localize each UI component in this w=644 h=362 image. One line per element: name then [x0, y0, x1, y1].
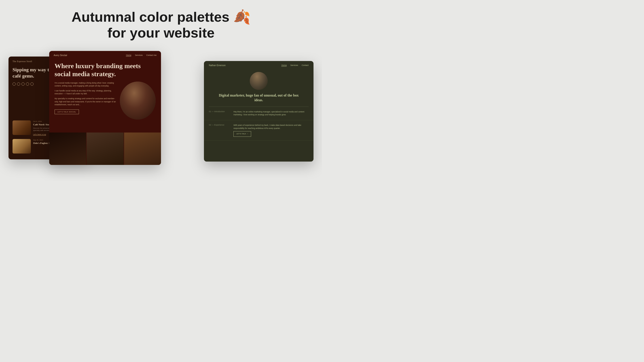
right-nav-logo: Nathan Emerson	[209, 64, 226, 67]
center-hero-text: Where luxury branding meets social media…	[49, 60, 161, 81]
right-section-2-num: 02 — Experience	[209, 124, 229, 137]
center-nav: Avery Sinclair Home Services Contact me	[49, 51, 161, 60]
marketer-card: Nathan Emerson Home Services Contact Dig…	[204, 61, 314, 162]
center-nav-services[interactable]: Services	[135, 54, 143, 56]
right-section-1: 01 — Introduction Hey there, I'm an onli…	[204, 107, 314, 120]
social-icon-1	[12, 82, 16, 86]
right-tagline: Digital marketer, huge fan of unusual, o…	[204, 93, 314, 107]
center-bottom-img-3	[124, 132, 161, 165]
right-nav-services[interactable]: Services	[290, 64, 298, 67]
cards-container: The Espresso Stroll Sipping my way throu…	[0, 50, 322, 175]
social-icon-3	[22, 82, 24, 86]
right-section-2: 02 — Experience With years of experience…	[204, 120, 314, 141]
right-nav-links: Home Services Contact	[281, 64, 308, 67]
center-nav-logo: Avery Sinclair	[54, 54, 67, 56]
center-nav-links: Home Services Contact me	[126, 54, 156, 56]
right-avatar-section	[204, 70, 314, 93]
center-bottom-images	[49, 132, 161, 165]
center-hero-desc: I'm a social media manager, making a liv…	[54, 81, 116, 120]
heading-line2: for your website	[108, 25, 215, 40]
social-icon-4	[26, 82, 29, 86]
main-heading: Autumnal color palettes 🍂 for your websi…	[0, 9, 322, 41]
right-section-1-text: Hey there, I'm an online marketing manag…	[234, 110, 308, 116]
center-nav-home[interactable]: Home	[126, 54, 131, 56]
right-section-2-text: With years of experience behind my back,…	[234, 124, 308, 137]
social-icon-2	[17, 82, 20, 86]
portfolio-card: Avery Sinclair Home Services Contact me …	[49, 51, 161, 165]
blog-post-1-link[interactable]: Let's have a cup	[33, 133, 46, 136]
center-bottom-img-1	[49, 132, 86, 165]
center-hero-portrait	[120, 81, 156, 120]
center-desc-3: My specialty is creating strategy and co…	[54, 97, 116, 106]
social-icon-5	[30, 82, 34, 86]
center-desc-2: I can handle social media at any step of…	[54, 89, 116, 95]
center-bottom-img-2	[86, 132, 124, 165]
center-desc-1: I'm a social media manager, making a liv…	[54, 81, 116, 88]
blog-post-1-thumb	[12, 120, 31, 135]
heading-line1: Autumnal color palettes 🍂	[72, 9, 250, 24]
right-nav-home[interactable]: Home	[281, 64, 287, 67]
right-cta-button[interactable]: LET'S TALK →	[234, 131, 251, 137]
right-nav: Nathan Emerson Home Services Contact	[204, 61, 314, 70]
blog-post-2-thumb	[12, 139, 31, 153]
center-hero-body: I'm a social media manager, making a liv…	[49, 81, 161, 120]
right-avatar	[250, 72, 268, 90]
center-nav-contact[interactable]: Contact me	[146, 54, 156, 56]
page-title-section: Autumnal color palettes 🍂 for your websi…	[0, 0, 322, 48]
right-nav-contact[interactable]: Contact	[302, 64, 308, 67]
right-section-1-num: 01 — Introduction	[209, 110, 229, 116]
center-cta-button[interactable]: LET'S TALK SOCIAL	[54, 109, 79, 114]
